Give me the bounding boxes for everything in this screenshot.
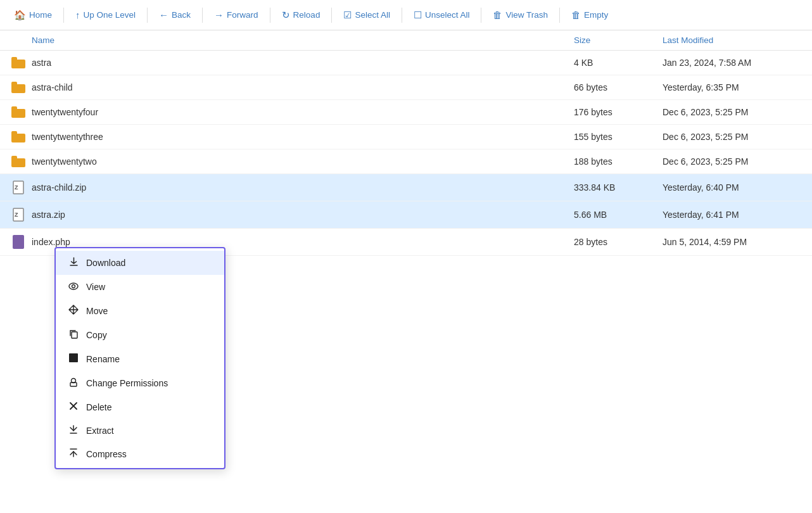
separator xyxy=(402,8,402,23)
file-modified: Jun 5, 2014, 4:59 PM xyxy=(663,237,802,247)
compress-icon xyxy=(67,448,80,459)
context-menu: Download View Move Copy Rename Change Pe… xyxy=(54,247,225,469)
file-modified: Yesterday, 6:35 PM xyxy=(663,82,802,92)
table-row[interactable]: twentytwentyfour 176 bytes Dec 6, 2023, … xyxy=(0,100,812,125)
svg-rect-7 xyxy=(72,332,77,338)
file-size: 4 KB xyxy=(574,58,663,68)
delete-icon xyxy=(67,402,80,412)
file-modified: Yesterday, 6:41 PM xyxy=(663,210,802,220)
svg-point-6 xyxy=(72,285,75,288)
table-row[interactable]: Z astra-child.zip 333.84 KB Yesterday, 6… xyxy=(0,174,812,201)
file-size: 333.84 KB xyxy=(574,182,663,193)
view-trash-button[interactable]: 🗑 View Trash xyxy=(486,6,554,24)
back-button[interactable]: ← Back xyxy=(153,6,197,24)
select-all-icon: ☑ xyxy=(343,10,352,21)
permissions-icon xyxy=(67,377,80,389)
file-size: 66 bytes xyxy=(574,82,663,92)
file-name: twentytwentytwo xyxy=(32,156,574,167)
separator xyxy=(202,8,203,23)
separator xyxy=(331,8,332,23)
folder-icon xyxy=(10,106,27,118)
file-name: astra-child xyxy=(32,82,574,92)
separator xyxy=(63,8,64,23)
select-all-button[interactable]: ☑ Select All xyxy=(337,6,396,25)
empty-button[interactable]: 🗑 Empty xyxy=(565,6,614,24)
svg-rect-8 xyxy=(69,353,78,362)
context-menu-download[interactable]: Download xyxy=(56,251,224,275)
context-menu-rename[interactable]: Rename xyxy=(56,347,224,370)
table-row[interactable]: twentytwentytwo 188 bytes Dec 6, 2023, 5… xyxy=(0,149,812,174)
file-size: 5.66 MB xyxy=(574,210,663,220)
zip-icon: Z xyxy=(10,180,27,194)
column-name-header[interactable]: Name xyxy=(32,35,574,45)
context-menu-copy[interactable]: Copy xyxy=(56,323,224,347)
file-list-header: Name Size Last Modified xyxy=(0,30,812,51)
reload-icon: ↻ xyxy=(282,10,290,21)
rename-icon xyxy=(67,353,80,364)
file-size: 176 bytes xyxy=(574,107,663,117)
table-row[interactable]: astra 4 KB Jan 23, 2024, 7:58 AM xyxy=(0,51,812,75)
column-modified-header[interactable]: Last Modified xyxy=(663,35,802,45)
zip-icon: Z xyxy=(10,208,27,222)
file-size: 188 bytes xyxy=(574,156,663,167)
file-modified: Dec 6, 2023, 5:25 PM xyxy=(663,156,802,167)
folder-icon xyxy=(10,131,27,142)
table-row[interactable]: astra-child 66 bytes Yesterday, 6:35 PM xyxy=(0,75,812,100)
copy-icon xyxy=(67,329,80,341)
file-list: astra 4 KB Jan 23, 2024, 7:58 AM astra-c… xyxy=(0,51,812,256)
folder-icon xyxy=(10,82,27,93)
file-name: astra-child.zip xyxy=(32,182,574,193)
file-modified: Dec 6, 2023, 5:25 PM xyxy=(663,107,802,117)
separator xyxy=(270,8,270,23)
file-name: twentytwentyfour xyxy=(32,107,574,117)
home-icon: 🏠 xyxy=(14,10,26,21)
svg-text:Z: Z xyxy=(15,184,18,191)
context-menu-change-permissions[interactable]: Change Permissions xyxy=(56,370,224,395)
file-size: 155 bytes xyxy=(574,132,663,142)
home-button[interactable]: 🏠 Home xyxy=(8,6,58,25)
trash-icon: 🗑 xyxy=(493,10,502,20)
column-size-header[interactable]: Size xyxy=(574,35,663,45)
svg-rect-4 xyxy=(13,235,24,249)
up-icon: ↑ xyxy=(75,10,80,20)
file-name: index.php xyxy=(32,237,574,247)
separator xyxy=(147,8,148,23)
txt-icon xyxy=(10,235,27,249)
table-row[interactable]: twentytwentythree 155 bytes Dec 6, 2023,… xyxy=(0,125,812,149)
download-icon xyxy=(67,257,80,269)
unselect-all-button[interactable]: ☐ Unselect All xyxy=(407,6,476,25)
context-menu-extract[interactable]: Extract xyxy=(56,419,224,442)
extract-icon xyxy=(67,425,80,436)
svg-point-5 xyxy=(69,283,78,289)
file-name: twentytwentythree xyxy=(32,132,574,142)
separator xyxy=(559,8,560,23)
context-menu-view[interactable]: View xyxy=(56,275,224,298)
file-name: astra xyxy=(32,58,574,68)
context-menu-compress[interactable]: Compress xyxy=(56,442,224,466)
file-modified: Yesterday, 6:40 PM xyxy=(663,182,802,193)
reload-button[interactable]: ↻ Reload xyxy=(276,6,327,25)
forward-icon: → xyxy=(214,10,224,20)
empty-icon: 🗑 xyxy=(571,10,581,20)
folder-icon xyxy=(10,57,27,68)
forward-button[interactable]: → Forward xyxy=(208,6,265,24)
separator xyxy=(481,8,481,23)
back-icon: ← xyxy=(159,10,168,20)
file-size: 28 bytes xyxy=(574,237,663,247)
file-modified: Jan 23, 2024, 7:58 AM xyxy=(663,58,802,68)
unselect-all-icon: ☐ xyxy=(414,10,422,21)
folder-icon xyxy=(10,156,27,167)
up-one-level-button[interactable]: ↑ Up One Level xyxy=(69,6,142,24)
toolbar: 🏠 Home ↑ Up One Level ← Back → Forward ↻… xyxy=(0,0,812,30)
file-name: astra.zip xyxy=(32,210,574,220)
view-icon xyxy=(67,281,80,292)
context-menu-delete[interactable]: Delete xyxy=(56,395,224,419)
svg-text:Z: Z xyxy=(15,212,18,218)
file-modified: Dec 6, 2023, 5:25 PM xyxy=(663,132,802,142)
move-icon xyxy=(67,305,80,317)
context-menu-move[interactable]: Move xyxy=(56,298,224,323)
table-row[interactable]: Z astra.zip 5.66 MB Yesterday, 6:41 PM xyxy=(0,201,812,229)
